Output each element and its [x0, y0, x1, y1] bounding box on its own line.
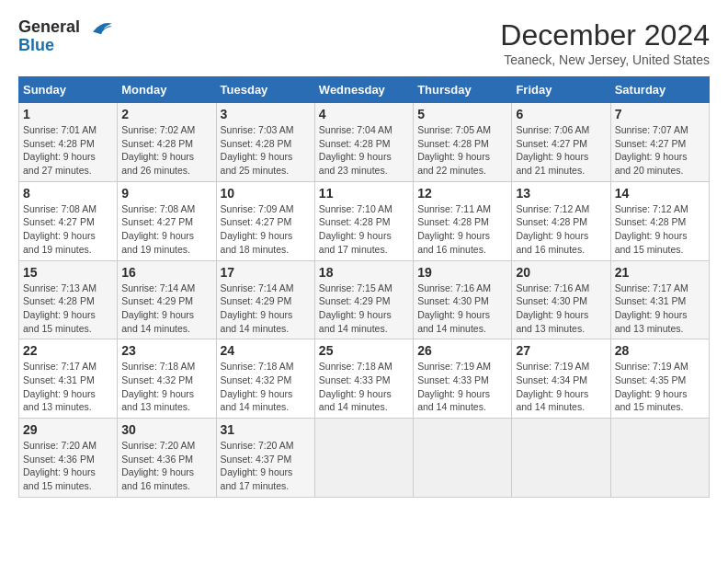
title-area: December 2024 Teaneck, New Jersey, Unite…	[500, 18, 710, 67]
day-cell: 13Sunrise: 7:12 AM Sunset: 4:28 PM Dayli…	[512, 181, 610, 260]
day-info: Sunrise: 7:16 AM Sunset: 4:30 PM Dayligh…	[516, 282, 606, 336]
day-cell: 29Sunrise: 7:20 AM Sunset: 4:36 PM Dayli…	[19, 419, 118, 498]
day-number: 27	[516, 343, 606, 358]
day-cell: 9Sunrise: 7:08 AM Sunset: 4:27 PM Daylig…	[118, 181, 216, 260]
day-number: 11	[319, 186, 409, 201]
header-cell-friday: Friday	[512, 77, 610, 103]
day-number: 19	[417, 265, 507, 280]
day-number: 28	[615, 343, 705, 358]
day-cell	[610, 419, 709, 498]
day-info: Sunrise: 7:03 AM Sunset: 4:28 PM Dayligh…	[221, 123, 311, 178]
day-cell: 12Sunrise: 7:11 AM Sunset: 4:28 PM Dayli…	[414, 181, 512, 260]
day-cell	[512, 419, 610, 498]
day-info: Sunrise: 7:11 AM Sunset: 4:28 PM Dayligh…	[417, 202, 507, 257]
day-info: Sunrise: 7:19 AM Sunset: 4:35 PM Dayligh…	[615, 360, 705, 414]
day-number: 17	[221, 265, 311, 280]
day-info: Sunrise: 7:16 AM Sunset: 4:30 PM Dayligh…	[417, 282, 507, 336]
day-number: 12	[417, 186, 507, 201]
day-info: Sunrise: 7:06 AM Sunset: 4:27 PM Dayligh…	[516, 123, 606, 178]
day-cell: 18Sunrise: 7:15 AM Sunset: 4:29 PM Dayli…	[314, 260, 413, 339]
day-cell: 4Sunrise: 7:04 AM Sunset: 4:28 PM Daylig…	[314, 103, 413, 182]
day-number: 1	[23, 107, 113, 121]
day-number: 18	[319, 265, 409, 280]
day-number: 3	[221, 107, 311, 121]
week-row-5: 29Sunrise: 7:20 AM Sunset: 4:36 PM Dayli…	[19, 419, 710, 498]
day-info: Sunrise: 7:17 AM Sunset: 4:31 PM Dayligh…	[615, 282, 705, 336]
day-number: 22	[23, 343, 113, 358]
day-cell: 23Sunrise: 7:18 AM Sunset: 4:32 PM Dayli…	[118, 339, 216, 419]
day-cell: 16Sunrise: 7:14 AM Sunset: 4:29 PM Dayli…	[118, 260, 216, 339]
day-info: Sunrise: 7:04 AM Sunset: 4:28 PM Dayligh…	[319, 123, 409, 178]
calendar-table: SundayMondayTuesdayWednesdayThursdayFrid…	[18, 76, 710, 498]
location-title: Teaneck, New Jersey, United States	[500, 52, 710, 67]
day-cell: 1Sunrise: 7:01 AM Sunset: 4:28 PM Daylig…	[19, 103, 118, 182]
day-info: Sunrise: 7:12 AM Sunset: 4:28 PM Dayligh…	[615, 202, 705, 257]
header-cell-wednesday: Wednesday	[314, 77, 413, 103]
day-info: Sunrise: 7:20 AM Sunset: 4:36 PM Dayligh…	[121, 439, 211, 493]
day-info: Sunrise: 7:14 AM Sunset: 4:29 PM Dayligh…	[121, 282, 211, 336]
day-number: 26	[417, 343, 507, 358]
day-cell: 10Sunrise: 7:09 AM Sunset: 4:27 PM Dayli…	[216, 181, 314, 260]
day-info: Sunrise: 7:18 AM Sunset: 4:33 PM Dayligh…	[319, 360, 409, 414]
day-number: 13	[516, 186, 606, 201]
day-number: 29	[23, 422, 113, 437]
header-cell-saturday: Saturday	[610, 77, 709, 103]
day-cell: 26Sunrise: 7:19 AM Sunset: 4:33 PM Dayli…	[414, 339, 512, 419]
week-row-4: 22Sunrise: 7:17 AM Sunset: 4:31 PM Dayli…	[19, 339, 710, 419]
day-number: 31	[221, 422, 311, 437]
week-row-1: 1Sunrise: 7:01 AM Sunset: 4:28 PM Daylig…	[19, 103, 710, 182]
day-info: Sunrise: 7:09 AM Sunset: 4:27 PM Dayligh…	[221, 202, 311, 257]
day-cell: 28Sunrise: 7:19 AM Sunset: 4:35 PM Dayli…	[610, 339, 709, 419]
day-cell: 19Sunrise: 7:16 AM Sunset: 4:30 PM Dayli…	[414, 260, 512, 339]
day-info: Sunrise: 7:01 AM Sunset: 4:28 PM Dayligh…	[23, 123, 113, 178]
day-info: Sunrise: 7:18 AM Sunset: 4:32 PM Dayligh…	[221, 360, 311, 414]
week-row-2: 8Sunrise: 7:08 AM Sunset: 4:27 PM Daylig…	[19, 181, 710, 260]
day-number: 23	[121, 343, 211, 358]
header: General Blue December 2024 Teaneck, New …	[18, 18, 710, 67]
day-cell: 27Sunrise: 7:19 AM Sunset: 4:34 PM Dayli…	[512, 339, 610, 419]
day-cell: 22Sunrise: 7:17 AM Sunset: 4:31 PM Dayli…	[19, 339, 118, 419]
day-cell: 25Sunrise: 7:18 AM Sunset: 4:33 PM Dayli…	[314, 339, 413, 419]
header-cell-thursday: Thursday	[414, 77, 512, 103]
header-cell-monday: Monday	[118, 77, 216, 103]
day-cell: 17Sunrise: 7:14 AM Sunset: 4:29 PM Dayli…	[216, 260, 314, 339]
day-cell: 3Sunrise: 7:03 AM Sunset: 4:28 PM Daylig…	[216, 103, 314, 182]
day-info: Sunrise: 7:20 AM Sunset: 4:36 PM Dayligh…	[23, 439, 113, 493]
day-number: 20	[516, 265, 606, 280]
day-number: 21	[615, 265, 705, 280]
day-cell: 20Sunrise: 7:16 AM Sunset: 4:30 PM Dayli…	[512, 260, 610, 339]
day-info: Sunrise: 7:15 AM Sunset: 4:29 PM Dayligh…	[319, 282, 409, 336]
day-cell: 15Sunrise: 7:13 AM Sunset: 4:28 PM Dayli…	[19, 260, 118, 339]
logo-text-blue: Blue	[18, 37, 114, 55]
day-number: 8	[23, 186, 113, 201]
day-number: 9	[121, 186, 211, 201]
day-number: 14	[615, 186, 705, 201]
day-number: 2	[121, 107, 211, 121]
day-cell: 2Sunrise: 7:02 AM Sunset: 4:28 PM Daylig…	[118, 103, 216, 182]
day-info: Sunrise: 7:08 AM Sunset: 4:27 PM Dayligh…	[121, 202, 211, 257]
day-cell: 31Sunrise: 7:20 AM Sunset: 4:37 PM Dayli…	[216, 419, 314, 498]
day-number: 10	[221, 186, 311, 201]
day-info: Sunrise: 7:17 AM Sunset: 4:31 PM Dayligh…	[23, 360, 113, 414]
week-row-3: 15Sunrise: 7:13 AM Sunset: 4:28 PM Dayli…	[19, 260, 710, 339]
day-info: Sunrise: 7:10 AM Sunset: 4:28 PM Dayligh…	[319, 202, 409, 257]
day-cell	[414, 419, 512, 498]
header-row: SundayMondayTuesdayWednesdayThursdayFrid…	[19, 77, 710, 103]
day-info: Sunrise: 7:08 AM Sunset: 4:27 PM Dayligh…	[23, 202, 113, 257]
logo-text-general: General	[18, 17, 80, 36]
day-cell: 24Sunrise: 7:18 AM Sunset: 4:32 PM Dayli…	[216, 339, 314, 419]
day-info: Sunrise: 7:19 AM Sunset: 4:34 PM Dayligh…	[516, 360, 606, 414]
day-cell: 14Sunrise: 7:12 AM Sunset: 4:28 PM Dayli…	[610, 181, 709, 260]
header-cell-sunday: Sunday	[19, 77, 118, 103]
day-info: Sunrise: 7:18 AM Sunset: 4:32 PM Dayligh…	[121, 360, 211, 414]
day-info: Sunrise: 7:07 AM Sunset: 4:27 PM Dayligh…	[615, 123, 705, 178]
day-info: Sunrise: 7:12 AM Sunset: 4:28 PM Dayligh…	[516, 202, 606, 257]
day-number: 7	[615, 107, 705, 121]
day-number: 16	[121, 265, 211, 280]
logo: General Blue	[18, 18, 114, 55]
day-cell: 30Sunrise: 7:20 AM Sunset: 4:36 PM Dayli…	[118, 419, 216, 498]
day-info: Sunrise: 7:19 AM Sunset: 4:33 PM Dayligh…	[417, 360, 507, 414]
day-cell: 5Sunrise: 7:05 AM Sunset: 4:28 PM Daylig…	[414, 103, 512, 182]
day-number: 30	[121, 422, 211, 437]
day-info: Sunrise: 7:20 AM Sunset: 4:37 PM Dayligh…	[221, 439, 311, 493]
